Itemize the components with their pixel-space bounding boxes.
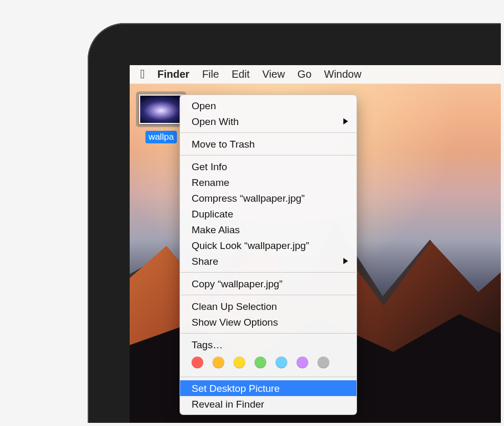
file-label: wallpa <box>145 131 177 143</box>
crop-frame:  Finder File Edit View Go Window wallpa… <box>75 14 501 423</box>
context-menu-item[interactable]: Quick Look “wallpaper.jpg” <box>180 237 356 253</box>
context-menu-item[interactable]: Make Alias <box>180 222 356 237</box>
menu-view[interactable]: View <box>262 68 285 80</box>
tag-dot[interactable] <box>255 357 266 368</box>
tag-dot[interactable] <box>318 357 329 368</box>
context-menu-item-label: Reveal in Finder <box>192 399 264 410</box>
context-menu-item[interactable]: Open <box>180 98 356 113</box>
menu-separator <box>181 272 356 273</box>
menu-separator <box>181 377 356 377</box>
tags-row <box>180 352 356 373</box>
context-menu-item[interactable]: Get Info <box>180 159 356 174</box>
screen:  Finder File Edit View Go Window wallpa… <box>130 65 501 423</box>
context-menu-item-label: Copy “wallpaper.jpg” <box>192 278 282 289</box>
apple-menu-icon[interactable]:  <box>140 68 145 80</box>
menu-separator <box>181 295 356 295</box>
context-menu-item[interactable]: Set Desktop Picture <box>180 380 356 396</box>
menu-separator <box>181 132 356 133</box>
context-menu-item-label: Open With <box>192 116 239 127</box>
menu-window[interactable]: Window <box>324 68 361 80</box>
menu-go[interactable]: Go <box>298 68 312 80</box>
context-menu-item-label: Share <box>192 256 218 267</box>
tag-dot[interactable] <box>276 357 287 368</box>
context-menu-item[interactable]: Duplicate <box>180 206 356 222</box>
context-menu-item[interactable]: Rename <box>180 174 356 190</box>
menu-bar:  Finder File Edit View Go Window <box>130 65 501 84</box>
menu-file[interactable]: File <box>202 68 219 80</box>
context-menu-item-label: Clean Up Selection <box>192 301 277 312</box>
context-menu-item[interactable]: Reveal in Finder <box>180 396 356 412</box>
tag-dot[interactable] <box>192 357 203 368</box>
file-thumbnail-selection <box>136 91 186 127</box>
menu-app-name[interactable]: Finder <box>158 68 190 80</box>
menu-separator <box>181 333 356 334</box>
tag-dot[interactable] <box>234 357 245 368</box>
menu-edit[interactable]: Edit <box>232 68 249 80</box>
context-menu-item[interactable]: Copy “wallpaper.jpg” <box>180 276 356 292</box>
submenu-arrow-icon <box>343 118 348 124</box>
context-menu-item-label: Make Alias <box>192 224 240 235</box>
context-menu-item[interactable]: Show View Options <box>180 314 356 330</box>
menu-separator <box>181 155 356 155</box>
context-menu-item-label: Duplicate <box>192 209 233 220</box>
context-menu-item-label: Set Desktop Picture <box>192 383 280 394</box>
context-menu-item-label: Compress “wallpaper.jpg” <box>192 193 304 204</box>
context-menu-item-label: Get Info <box>192 161 227 172</box>
context-menu-item[interactable]: Share <box>180 253 356 269</box>
context-menu-item-label: Tags… <box>192 339 223 350</box>
context-menu-item[interactable]: Open With <box>180 113 356 129</box>
context-menu: OpenOpen WithMove to TrashGet InfoRename… <box>180 95 357 415</box>
context-menu-item-label: Show View Options <box>192 317 278 328</box>
context-menu-item-label: Quick Look “wallpaper.jpg” <box>192 240 309 251</box>
context-menu-item[interactable]: Clean Up Selection <box>180 298 356 314</box>
context-menu-item[interactable]: Move to Trash <box>180 136 356 152</box>
file-thumbnail <box>139 95 183 124</box>
context-menu-item-label: Rename <box>192 177 229 188</box>
tag-dot[interactable] <box>213 357 224 368</box>
context-menu-item[interactable]: Tags… <box>180 337 356 352</box>
context-menu-item-label: Open <box>192 100 216 111</box>
context-menu-item[interactable]: Compress “wallpaper.jpg” <box>180 190 356 206</box>
context-menu-item-label: Move to Trash <box>192 139 255 150</box>
submenu-arrow-icon <box>343 258 348 264</box>
tag-dot[interactable] <box>297 357 308 368</box>
